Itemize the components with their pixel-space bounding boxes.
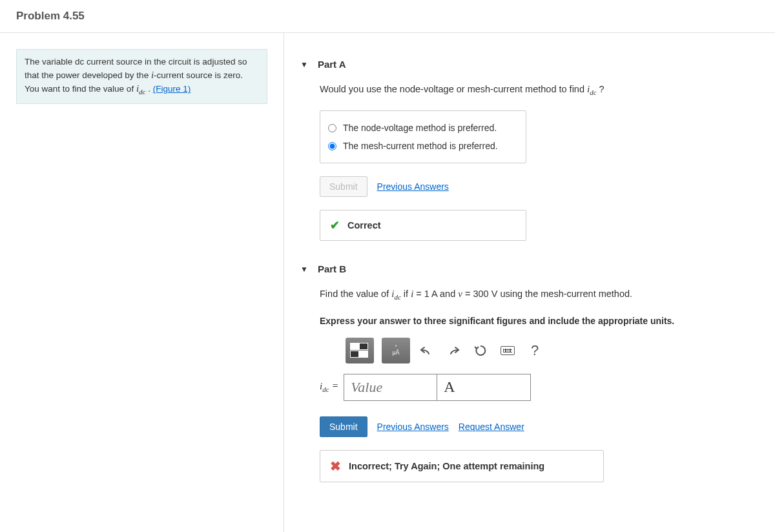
v-symbol: v: [458, 289, 462, 299]
feedback-correct: ✔ Correct: [320, 210, 526, 241]
qtext: using the mesh-current method.: [500, 289, 632, 299]
qtext: Find the value of: [320, 289, 391, 299]
intro-text: .: [145, 84, 152, 94]
idc-sub: dc: [139, 88, 145, 96]
option-label: The node-voltage method is preferred.: [343, 123, 497, 133]
check-icon: ✔: [330, 218, 340, 232]
part-a-header[interactable]: ▼ Part A: [300, 59, 759, 70]
answer-toolbar: ° μÅ ?: [346, 338, 759, 363]
keyboard-icon[interactable]: [497, 340, 519, 362]
qtext: Would you use the node-voltage or mesh-c…: [320, 84, 587, 94]
idc-sub: dc: [394, 293, 400, 301]
eq-sign: =: [329, 380, 339, 391]
right-panel: ▼ Part A Would you use the node-voltage …: [284, 33, 775, 532]
part-b-instruction: Express your answer to three significant…: [320, 316, 759, 326]
figure-link[interactable]: (Figure 1): [153, 84, 191, 94]
part-b-question: Find the value of idc if i = 1 A and v =…: [320, 287, 759, 302]
answer-input-row: idc =: [320, 374, 759, 401]
caret-down-icon: ▼: [300, 60, 308, 69]
problem-intro: The variable dc current source in the ci…: [16, 49, 267, 104]
options-box: The node-voltage method is preferred. Th…: [320, 110, 526, 163]
left-panel: The variable dc current source in the ci…: [0, 33, 284, 532]
problem-title: Problem 4.55: [16, 10, 759, 23]
page-header: Problem 4.55: [0, 0, 775, 33]
option-node-voltage[interactable]: The node-voltage method is preferred.: [328, 119, 518, 137]
qtext: if: [401, 289, 411, 299]
undo-icon[interactable]: [415, 340, 437, 362]
redo-icon[interactable]: [442, 340, 464, 362]
templates-button[interactable]: [346, 338, 374, 363]
request-answer-link[interactable]: Request Answer: [459, 422, 524, 432]
help-icon[interactable]: ?: [524, 340, 546, 362]
feedback-text: Incorrect; Try Again; One attempt remain…: [349, 461, 544, 471]
qtext: ?: [597, 84, 604, 94]
value-input[interactable]: [344, 374, 437, 401]
option-mesh-current[interactable]: The mesh-current method is preferred.: [328, 137, 518, 155]
submit-button-a: Submit: [320, 176, 367, 197]
x-icon: ✖: [330, 458, 341, 474]
answer-label: idc =: [320, 380, 338, 393]
part-b-title: Part B: [318, 263, 346, 274]
greek-label: μÅ: [392, 350, 399, 356]
previous-answers-link-a[interactable]: Previous Answers: [377, 181, 449, 192]
symbols-button[interactable]: ° μÅ: [382, 338, 410, 363]
caret-down-icon: ▼: [300, 265, 308, 274]
part-b-header[interactable]: ▼ Part B: [300, 263, 759, 274]
feedback-text: Correct: [347, 220, 381, 230]
radio-option-0[interactable]: [328, 124, 336, 132]
submit-button-b[interactable]: Submit: [320, 416, 367, 437]
part-a-title: Part A: [318, 59, 346, 70]
part-a-question: Would you use the node-voltage or mesh-c…: [320, 83, 759, 97]
unit-input[interactable]: [437, 374, 531, 401]
radio-option-1[interactable]: [328, 142, 336, 150]
qtext: = 300 V: [462, 289, 500, 299]
idc-sub: dc: [322, 386, 329, 394]
feedback-incorrect: ✖ Incorrect; Try Again; One attempt rema…: [320, 450, 604, 482]
previous-answers-link-b[interactable]: Previous Answers: [377, 422, 449, 432]
option-label: The mesh-current method is preferred.: [343, 141, 498, 151]
qtext: and: [440, 289, 458, 299]
qtext: = 1 A: [413, 289, 440, 299]
idc-sub: dc: [590, 88, 596, 96]
reset-icon[interactable]: [470, 340, 491, 362]
